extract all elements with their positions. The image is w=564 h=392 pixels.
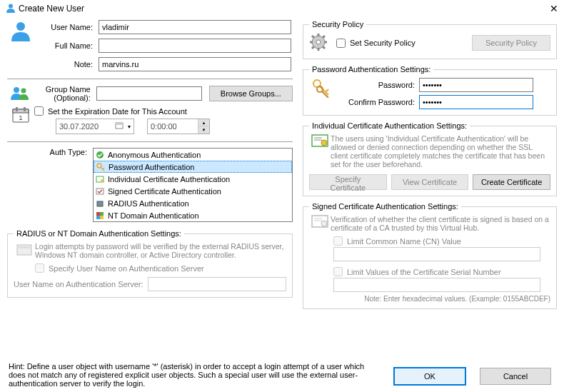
list-item[interactable]: NT Domain Authentication bbox=[94, 209, 292, 221]
svg-point-39 bbox=[321, 140, 327, 146]
cancel-button[interactable]: Cancel bbox=[480, 368, 551, 385]
expiration-time-field[interactable]: ▲▼ bbox=[147, 119, 210, 134]
set-security-policy-checkbox[interactable] bbox=[336, 39, 346, 48]
svg-point-25 bbox=[316, 40, 321, 44]
certificate-icon bbox=[95, 174, 105, 184]
window-title: Create New User bbox=[19, 4, 550, 14]
password-field[interactable] bbox=[419, 78, 533, 92]
list-item[interactable]: Password Authentication bbox=[94, 161, 292, 173]
groupname-field[interactable] bbox=[96, 86, 202, 101]
specify-certificate-button: Specify Certificate bbox=[309, 174, 387, 190]
list-item[interactable]: Individual Certificate Authentication bbox=[94, 173, 292, 185]
signed-cert-fieldset: Signed Certificate Authentication Settin… bbox=[303, 202, 557, 309]
list-item[interactable]: RADIUS Authentication bbox=[94, 197, 292, 209]
label-set-security-policy: Set Security Policy bbox=[350, 39, 416, 47]
svg-line-32 bbox=[312, 46, 314, 49]
authtype-label: NT Domain Authentication bbox=[108, 211, 199, 220]
svg-rect-6 bbox=[16, 107, 18, 111]
svg-rect-19 bbox=[100, 212, 104, 216]
calendar-dropdown-icon[interactable] bbox=[114, 121, 125, 131]
svg-point-14 bbox=[101, 179, 104, 182]
anonymous-icon bbox=[95, 150, 105, 160]
password-auth-fieldset: Password Authentication Settings: Passwo… bbox=[303, 65, 557, 116]
serial-value-field bbox=[333, 278, 540, 292]
svg-point-1 bbox=[16, 22, 25, 31]
hex-note: Note: Enter hexadecimal values. (Example… bbox=[309, 295, 550, 303]
key-icon bbox=[96, 162, 106, 172]
calendar-icon: 1 bbox=[7, 106, 34, 124]
keys-icon bbox=[309, 78, 333, 109]
radius-nt-desc: Login attempts by password will be verif… bbox=[35, 242, 286, 259]
svg-rect-20 bbox=[96, 216, 100, 219]
cn-value-field bbox=[333, 247, 540, 261]
label-specify-user-authsrv: Specify User Name on Authentication Serv… bbox=[49, 264, 204, 273]
time-stepper[interactable]: ▲▼ bbox=[198, 119, 209, 134]
label-note: Note: bbox=[34, 60, 99, 69]
gear-icon bbox=[309, 33, 328, 53]
expiration-time-input[interactable] bbox=[148, 120, 198, 133]
hint-text: Hint: Define a user object with username… bbox=[9, 362, 380, 388]
svg-line-30 bbox=[312, 36, 314, 38]
indiv-cert-desc: The users using 'Individual Certificate … bbox=[331, 134, 550, 169]
browse-groups-button[interactable]: Browse Groups... bbox=[209, 86, 293, 101]
label-username: User Name: bbox=[34, 23, 99, 31]
label-indiv-cert: Individual Certificate Authentication Se… bbox=[309, 121, 470, 130]
username-field[interactable] bbox=[99, 20, 291, 34]
close-icon[interactable]: ✕ bbox=[550, 3, 558, 14]
svg-point-43 bbox=[321, 221, 327, 226]
svg-line-33 bbox=[323, 36, 325, 38]
user-icon bbox=[6, 3, 16, 14]
svg-rect-21 bbox=[100, 216, 104, 219]
limit-cn-checkbox bbox=[333, 236, 343, 246]
security-policy-button: Security Policy bbox=[472, 35, 550, 51]
label-user-authsrv: User Name on Authentication Server: bbox=[14, 280, 148, 288]
authtype-label: Anonymous Authentication bbox=[108, 151, 201, 159]
authtype-label: Signed Certificate Authentication bbox=[108, 187, 221, 196]
list-item[interactable]: Anonymous Authentication bbox=[94, 149, 292, 161]
svg-rect-18 bbox=[96, 212, 100, 216]
label-limit-serial: Limit Values of the Certificate Serial N… bbox=[347, 268, 501, 276]
limit-serial-checkbox bbox=[333, 267, 343, 276]
set-expiration-checkbox[interactable] bbox=[34, 106, 44, 116]
svg-rect-10 bbox=[116, 123, 123, 125]
label-groupname: Group Name (Optional): bbox=[34, 85, 96, 102]
note-field[interactable] bbox=[99, 57, 291, 71]
user-large-icon bbox=[7, 20, 34, 76]
expiration-date-field[interactable]: ▾ bbox=[56, 119, 134, 134]
svg-rect-23 bbox=[19, 246, 30, 248]
svg-rect-5 bbox=[13, 109, 29, 113]
fullname-field[interactable] bbox=[99, 39, 291, 53]
label-limit-cn: Limit Common Name (CN) Value bbox=[347, 237, 461, 246]
expiration-date-input[interactable] bbox=[56, 120, 114, 133]
group-icon bbox=[7, 86, 34, 101]
specify-user-authsrv-checkbox bbox=[35, 263, 44, 273]
svg-rect-7 bbox=[24, 107, 26, 111]
authtype-label: RADIUS Authentication bbox=[108, 199, 189, 208]
chevron-down-icon[interactable]: ▾ bbox=[125, 124, 134, 130]
signed-cert-desc: Verification of whether the client certi… bbox=[331, 215, 550, 232]
nt-domain-icon bbox=[95, 211, 105, 221]
indiv-cert-fieldset: Individual Certificate Authentication Se… bbox=[303, 121, 557, 196]
label-set-expiration: Set the Expiration Date for This Account bbox=[48, 107, 187, 116]
svg-rect-17 bbox=[98, 202, 102, 203]
create-certificate-button[interactable]: Create Certificate bbox=[473, 174, 550, 190]
list-item[interactable]: Signed Certificate Authentication bbox=[94, 185, 292, 197]
svg-point-3 bbox=[21, 89, 26, 94]
signed-certificate-icon bbox=[95, 186, 105, 196]
svg-text:1: 1 bbox=[19, 114, 22, 121]
confirm-password-field[interactable] bbox=[419, 95, 533, 109]
label-confirm-password: Confirm Password: bbox=[333, 98, 419, 106]
svg-line-31 bbox=[323, 46, 325, 49]
ok-button[interactable]: OK bbox=[394, 368, 465, 385]
security-policy-fieldset: Security Policy Set Security Policy Secu… bbox=[303, 20, 557, 59]
radius-icon bbox=[95, 198, 105, 208]
user-authsrv-field bbox=[148, 277, 286, 291]
label-signed-cert: Signed Certificate Authentication Settin… bbox=[309, 202, 461, 211]
authtype-list[interactable]: Anonymous Authentication Password Authen… bbox=[93, 148, 293, 222]
svg-point-2 bbox=[14, 87, 19, 93]
label-authtype: Auth Type: bbox=[29, 148, 93, 222]
authtype-label: Password Authentication bbox=[109, 163, 194, 171]
server-icon bbox=[14, 242, 35, 259]
authtype-label: Individual Certificate Authentication bbox=[108, 175, 230, 184]
certificate-large-icon bbox=[309, 134, 331, 169]
